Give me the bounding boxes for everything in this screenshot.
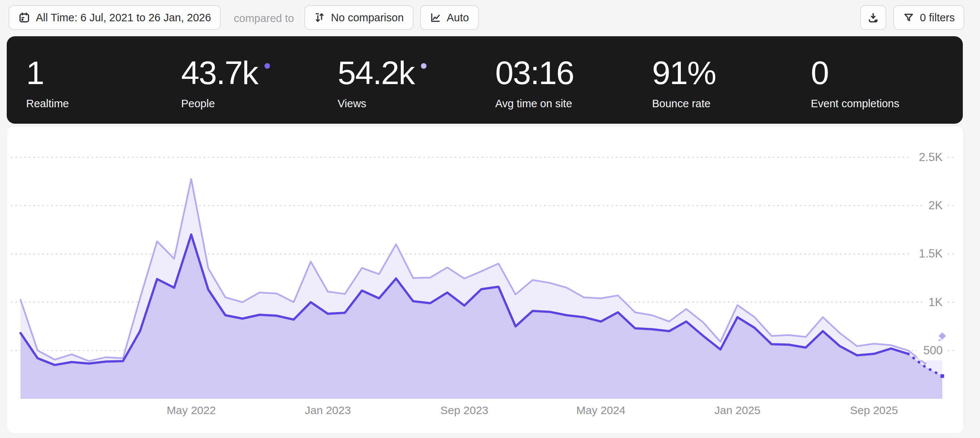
x-tick-label: May 2024 [576, 404, 625, 416]
y-tick-label: 1K [929, 296, 943, 309]
x-tick-label: Sep 2023 [440, 404, 488, 416]
y-tick-label: 500 [923, 344, 943, 357]
views-end-marker [939, 332, 946, 340]
people-end-marker [940, 374, 944, 378]
y-tick-label: 2K [929, 199, 943, 212]
y-tick-label: 2.5K [919, 151, 943, 164]
x-tick-label: Sep 2025 [850, 404, 898, 416]
x-tick-label: Jan 2023 [305, 404, 351, 416]
y-tick-label: 1.5K [919, 247, 943, 260]
traffic-area-chart[interactable]: 5001K1.5K2K2.5KMay 2022Jan 2023Sep 2023M… [0, 0, 980, 438]
x-tick-label: Jan 2025 [714, 404, 760, 416]
x-tick-label: May 2022 [167, 404, 216, 416]
